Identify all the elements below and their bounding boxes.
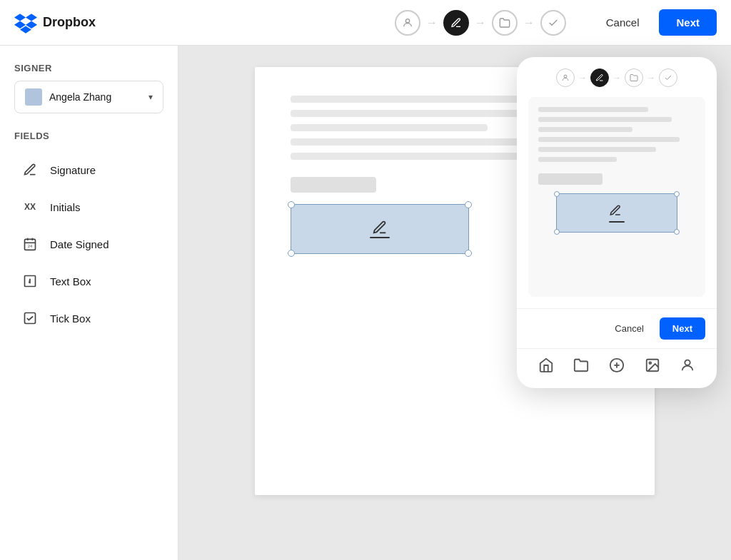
mobile-doc-line (538, 147, 656, 152)
field-item-text-box[interactable]: I Text Box (14, 263, 163, 300)
dropbox-logo-icon (14, 11, 37, 34)
mobile-inner: → → → (517, 57, 717, 308)
step-4-circle[interactable] (540, 10, 566, 36)
svg-point-11 (564, 75, 567, 78)
mobile-doc-line (538, 137, 680, 142)
mobile-doc-line (538, 127, 632, 132)
svg-text:I: I (29, 278, 31, 285)
sig-underline (370, 237, 390, 238)
mobile-footer: Cancel Next (517, 308, 717, 348)
step-3-circle[interactable] (492, 10, 518, 36)
mobile-person-icon (561, 73, 570, 82)
steps-nav: → → → (395, 10, 566, 36)
mobile-resize-handle-bl[interactable] (554, 229, 560, 235)
initials-icon: XX (20, 197, 40, 217)
svg-point-17 (685, 360, 690, 365)
mobile-device-overlay: → → → (517, 57, 717, 388)
mobile-folder-icon (630, 73, 638, 82)
mobile-sig-underline (609, 221, 625, 223)
mobile-edit-icon (595, 73, 604, 82)
mobile-image-icon[interactable] (645, 357, 660, 377)
svg-point-0 (405, 19, 409, 22)
mobile-check-icon (664, 73, 672, 82)
mobile-doc-line (538, 157, 617, 162)
fields-section-label: Fields (14, 131, 163, 141)
resize-handle-br[interactable] (465, 250, 472, 257)
mobile-navbar (517, 348, 717, 388)
resize-handle-tr[interactable] (465, 201, 472, 208)
header-actions: Cancel Next (595, 9, 717, 36)
step-arrow-1: → (426, 16, 438, 29)
text-box-icon: I (20, 271, 40, 291)
doc-line (291, 96, 520, 103)
signer-dropdown[interactable]: Angela Zhang ▾ (14, 81, 163, 113)
mobile-steps: → → → (528, 68, 705, 87)
mobile-arrow-2: → (612, 73, 621, 83)
sidebar: Signer Angela Zhang ▾ Fields Signature X… (0, 46, 178, 560)
tick-box-label: Tick Box (50, 312, 91, 325)
mobile-doc-line (538, 117, 672, 122)
mobile-resize-handle-tr[interactable] (674, 191, 680, 197)
signature-icon (20, 160, 40, 180)
resize-handle-tl[interactable] (288, 201, 295, 208)
mobile-document (528, 97, 705, 297)
mobile-doc-line (538, 107, 648, 112)
logo-text: Dropbox (43, 15, 96, 30)
mobile-step-1[interactable] (556, 68, 575, 87)
logo: Dropbox (14, 11, 96, 34)
doc-line (291, 153, 537, 160)
mobile-step-4[interactable] (659, 68, 677, 87)
signer-section-label: Signer (14, 63, 163, 73)
mobile-pen-icon (609, 204, 625, 223)
initials-label: Initials (50, 201, 81, 213)
mobile-resize-handle-tl[interactable] (554, 191, 560, 197)
chevron-down-icon: ▾ (148, 92, 153, 102)
field-item-tick-box[interactable]: Tick Box (14, 300, 163, 337)
mobile-arrow-1: → (578, 73, 587, 83)
person-icon (402, 17, 413, 29)
mobile-add-icon[interactable] (609, 357, 625, 377)
step-arrow-2: → (475, 16, 486, 29)
svg-point-16 (649, 362, 651, 364)
mobile-step-3[interactable] (625, 68, 643, 87)
next-button[interactable]: Next (659, 9, 717, 36)
step-1-circle[interactable] (395, 10, 420, 36)
mobile-next-button[interactable]: Next (660, 317, 705, 340)
edit-icon (450, 17, 462, 29)
mobile-resize-handle-br[interactable] (674, 229, 680, 235)
doc-placeholder (291, 177, 376, 193)
header: Dropbox → → → Cancel Next (0, 0, 731, 46)
date-signed-label: Date Signed (50, 238, 109, 250)
mobile-profile-icon[interactable] (680, 357, 695, 377)
signature-pen-icon (370, 220, 390, 238)
signer-name: Angela Zhang (49, 91, 141, 103)
field-item-initials[interactable]: XX Initials (14, 188, 163, 225)
mobile-step-2[interactable] (590, 68, 609, 87)
mobile-cancel-button[interactable]: Cancel (606, 319, 652, 338)
step-2-circle[interactable] (443, 10, 469, 36)
mobile-folder-nav-icon[interactable] (573, 357, 589, 377)
check-icon (548, 17, 559, 29)
doc-line (291, 124, 488, 131)
mobile-home-icon[interactable] (538, 357, 554, 377)
field-item-signature[interactable]: Signature (14, 151, 163, 188)
cancel-button[interactable]: Cancel (595, 11, 651, 34)
mobile-placeholder (538, 173, 603, 185)
signature-field[interactable] (291, 204, 469, 254)
svg-text:24: 24 (28, 244, 33, 248)
signature-label: Signature (50, 164, 96, 176)
date-signed-icon: 24 (20, 234, 40, 254)
step-arrow-3: → (523, 16, 535, 29)
text-box-label: Text Box (50, 275, 91, 287)
field-item-date-signed[interactable]: 24 Date Signed (14, 225, 163, 263)
resize-handle-bl[interactable] (288, 250, 295, 257)
mobile-arrow-3: → (647, 73, 655, 83)
folder-icon (499, 17, 510, 29)
mobile-signature-field[interactable] (556, 193, 677, 233)
signer-avatar (25, 88, 42, 106)
tick-box-icon (20, 308, 40, 328)
